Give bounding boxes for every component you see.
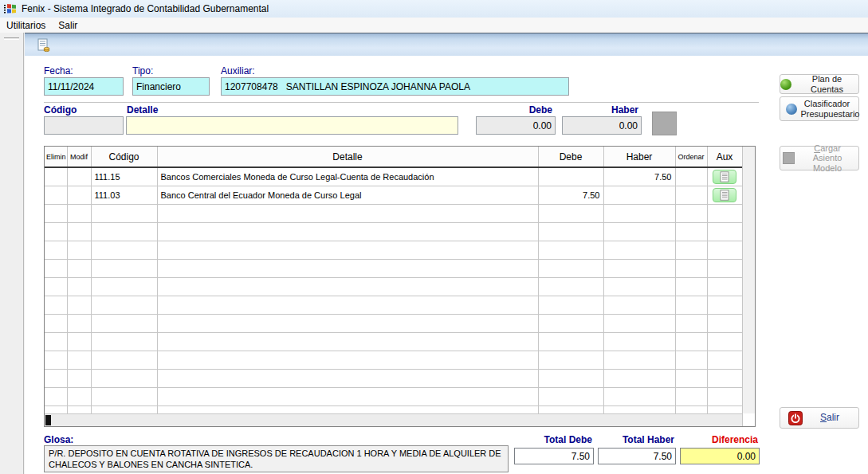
table-row [45,259,742,277]
empty-cell [157,332,538,351]
empty-cell [91,351,157,369]
empty-cell [45,369,67,387]
notepad-icon [720,190,729,201]
debe-label: Debe [476,104,552,116]
add-row-button[interactable] [652,112,677,135]
cell [45,186,67,204]
aux-button[interactable] [713,188,736,202]
empty-cell [67,204,91,222]
empty-cell [157,369,538,387]
fecha-label: Fecha: [44,65,73,76]
tipo-input[interactable] [132,77,210,96]
scrollbar-thumb[interactable] [45,415,51,425]
column-header-código: Código [91,147,157,167]
fecha-input[interactable] [44,77,124,96]
asientos-table: EliminModifCódigoDetalleDebeHaberOrdenar… [45,147,743,427]
power-icon [788,411,803,425]
salir-button[interactable]: Salir [780,407,859,429]
salir-label: Salir [820,413,839,424]
empty-cell [707,241,742,259]
empty-cell [603,296,675,314]
menu-salir[interactable]: Salir [52,18,84,33]
empty-cell [67,387,91,405]
empty-cell [538,369,603,387]
plan-de-cuentas-button[interactable]: Plan de Cuentas [780,74,859,94]
detalle-input[interactable] [126,116,458,135]
empty-cell [67,259,91,277]
column-header-ordenar: Ordenar [675,147,707,167]
empty-cell [675,277,707,296]
empty-cell [91,277,157,296]
empty-cell [157,387,538,405]
empty-cell [91,314,157,332]
table-row: 111.03Banco Central del Ecuador Moneda d… [45,186,742,204]
empty-cell [675,351,707,369]
empty-cell [45,204,67,222]
empty-cell [538,259,603,277]
empty-cell [45,222,67,241]
total-haber-input[interactable] [598,448,676,464]
auxiliar-label: Auxiliar: [221,65,255,76]
empty-cell [538,204,603,222]
aux-cell [707,186,742,204]
empty-cell [91,332,157,351]
column-header-haber: Haber [603,147,675,167]
empty-cell [157,222,538,241]
table-row: 111.15Bancos Comerciales Moneda de Curso… [45,167,742,186]
column-header-detalle: Detalle [157,147,538,167]
windows-logo-icon [4,3,17,14]
cell: 111.15 [91,167,157,186]
empty-cell [45,332,67,351]
aux-button[interactable] [713,170,736,184]
empty-cell [707,259,742,277]
menu-utilitarios[interactable]: Utilitarios [0,18,52,33]
left-collapsed-panel[interactable] [0,33,24,474]
table-row [45,204,742,222]
panel-grip-handle[interactable] [4,37,19,40]
glosa-textarea[interactable]: P/R. DEPOSITO EN CUENTA ROTATIVA DE INGR… [44,445,509,472]
codigo-input[interactable] [44,116,124,135]
empty-cell [603,387,675,405]
diferencia-input[interactable] [680,448,760,464]
cargar-asiento-modelo-button[interactable]: Cargar Asiento Modelo [780,146,859,170]
empty-cell [603,369,675,387]
document-coins-icon [36,37,52,53]
empty-cell [157,241,538,259]
empty-cell [707,296,742,314]
empty-cell [538,387,603,405]
empty-cell [675,241,707,259]
auxiliar-input[interactable] [221,77,569,96]
empty-cell [707,314,742,332]
empty-cell [675,222,707,241]
empty-cell [67,296,91,314]
empty-cell [67,351,91,369]
empty-cell [157,314,538,332]
empty-cell [67,369,91,387]
new-entry-button[interactable] [34,36,53,54]
codigo-label: Código [44,104,77,116]
vertical-scrollbar[interactable] [742,147,755,413]
clasificador-presupuestario-button[interactable]: Clasificador Presupuestario [780,96,859,121]
cell [67,186,91,204]
empty-cell [157,204,538,222]
empty-cell [45,351,67,369]
asientos-grid: EliminModifCódigoDetalleDebeHaberOrdenar… [44,146,756,427]
empty-cell [538,314,603,332]
empty-cell [707,369,742,387]
horizontal-scrollbar[interactable] [45,413,742,426]
empty-cell [603,204,675,222]
table-row [45,296,742,314]
haber-input[interactable] [562,116,642,135]
debe-input[interactable] [476,116,556,135]
table-row [45,369,742,387]
gray-square-icon [783,152,795,164]
total-debe-input[interactable] [514,448,594,464]
cell [603,186,675,204]
table-header-row: EliminModifCódigoDetalleDebeHaberOrdenar… [45,147,742,167]
empty-cell [67,222,91,241]
table-row [45,332,742,351]
cell [538,167,603,186]
empty-cell [538,241,603,259]
table-row [45,277,742,296]
empty-cell [538,277,603,296]
